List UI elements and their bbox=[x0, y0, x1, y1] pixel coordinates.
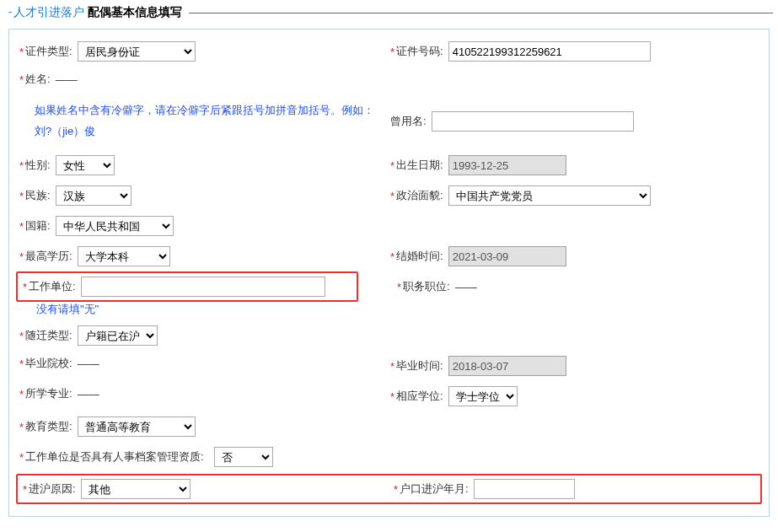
required-star: * bbox=[19, 388, 24, 400]
hint-rare-char: 如果姓名中含有冷僻字，请在冷僻字后紧跟括号加拼音加括号。例如：刘?（jie）俊 bbox=[19, 97, 390, 145]
required-star: * bbox=[390, 190, 394, 202]
select-edu-type[interactable]: 普通高等教育 bbox=[78, 416, 196, 437]
label-former-name: 曾用名: bbox=[390, 114, 427, 129]
required-star: * bbox=[19, 46, 24, 58]
label-grad-time: 毕业时间: bbox=[396, 358, 443, 373]
label-work-unit: 工作单位: bbox=[29, 279, 76, 294]
input-birth[interactable] bbox=[448, 155, 566, 175]
required-star: * bbox=[19, 421, 24, 433]
select-country[interactable]: 中华人民共和国 bbox=[56, 216, 174, 236]
form-container: * 证件类型: 居民身份证 * 证件号码: * 姓名: —— 如果姓名中含有冷僻… bbox=[8, 29, 770, 517]
value-job: —— bbox=[455, 281, 477, 293]
select-move-type[interactable]: 户籍已在沪 bbox=[78, 325, 158, 346]
select-id-type[interactable]: 居民身份证 bbox=[78, 41, 196, 62]
select-archive-q[interactable]: 否 bbox=[214, 447, 273, 467]
input-work-unit[interactable] bbox=[81, 277, 325, 297]
form-title: - 人才引进落户 配偶基本信息填写 bbox=[0, 0, 778, 24]
required-star: * bbox=[19, 451, 24, 464]
label-political: 政治面貌: bbox=[396, 188, 443, 203]
label-marry-time: 结婚时间: bbox=[396, 249, 443, 264]
required-star: * bbox=[19, 250, 24, 263]
required-star: * bbox=[390, 159, 394, 172]
select-political[interactable]: 中国共产党党员 bbox=[448, 185, 651, 206]
label-edu: 最高学历: bbox=[25, 249, 72, 264]
required-star: * bbox=[19, 357, 24, 370]
label-gender: 性别: bbox=[25, 158, 51, 173]
label-major: 所学专业: bbox=[25, 386, 72, 401]
required-star: * bbox=[390, 360, 394, 373]
required-star: * bbox=[394, 483, 398, 496]
hint-no-work: 没有请填"无" bbox=[13, 302, 765, 320]
label-birth: 出生日期: bbox=[396, 158, 443, 173]
label-archive-q: 工作单位是否具有人事档案管理资质: bbox=[25, 449, 204, 465]
value-grad-school: —— bbox=[78, 357, 99, 370]
required-star: * bbox=[390, 46, 394, 58]
label-id-type: 证件类型: bbox=[25, 44, 72, 59]
label-sh-reason: 进沪原因: bbox=[29, 481, 76, 497]
required-star: * bbox=[19, 220, 24, 233]
label-degree: 相应学位: bbox=[396, 389, 443, 404]
input-grad-time[interactable] bbox=[448, 356, 566, 376]
label-sh-date: 户口进沪年月: bbox=[400, 481, 469, 497]
label-edu-type: 教育类型: bbox=[25, 419, 72, 434]
input-sh-date[interactable] bbox=[474, 479, 575, 499]
highlight-sh-row: * 进沪原因: 其他 * 户口进沪年月: bbox=[16, 474, 762, 504]
label-id-no: 证件号码: bbox=[396, 44, 443, 59]
required-star: * bbox=[19, 159, 24, 172]
title-main: 配偶基本信息填写 bbox=[88, 5, 182, 20]
label-move-type: 随迁类型: bbox=[25, 328, 72, 343]
title-prefix: 人才引进落户 bbox=[13, 5, 84, 20]
value-name: —— bbox=[56, 73, 78, 86]
input-id-no[interactable] bbox=[448, 41, 651, 62]
label-country: 国籍: bbox=[25, 218, 51, 234]
select-degree[interactable]: 学士学位 bbox=[448, 386, 518, 406]
title-dash: - bbox=[8, 5, 12, 18]
label-name: 姓名: bbox=[25, 72, 51, 87]
select-sh-reason[interactable]: 其他 bbox=[81, 479, 190, 499]
label-job: 职务职位: bbox=[403, 279, 450, 294]
input-former-name[interactable] bbox=[432, 111, 634, 132]
select-edu[interactable]: 大学本科 bbox=[78, 246, 170, 266]
required-star: * bbox=[19, 190, 24, 202]
required-star: * bbox=[23, 281, 27, 293]
title-line bbox=[189, 13, 773, 13]
label-nation: 民族: bbox=[25, 188, 51, 203]
required-star: * bbox=[23, 483, 27, 496]
required-star: * bbox=[397, 281, 401, 293]
required-star: * bbox=[390, 250, 394, 263]
required-star: * bbox=[390, 390, 394, 403]
select-gender[interactable]: 女性 bbox=[56, 155, 115, 175]
select-nation[interactable]: 汉族 bbox=[56, 185, 131, 206]
highlight-work-unit: * 工作单位: bbox=[16, 271, 358, 302]
required-star: * bbox=[19, 330, 24, 342]
value-major: —— bbox=[78, 388, 99, 400]
label-grad-school: 毕业院校: bbox=[25, 356, 72, 371]
input-marry-time[interactable] bbox=[448, 246, 566, 266]
required-star: * bbox=[19, 73, 24, 86]
